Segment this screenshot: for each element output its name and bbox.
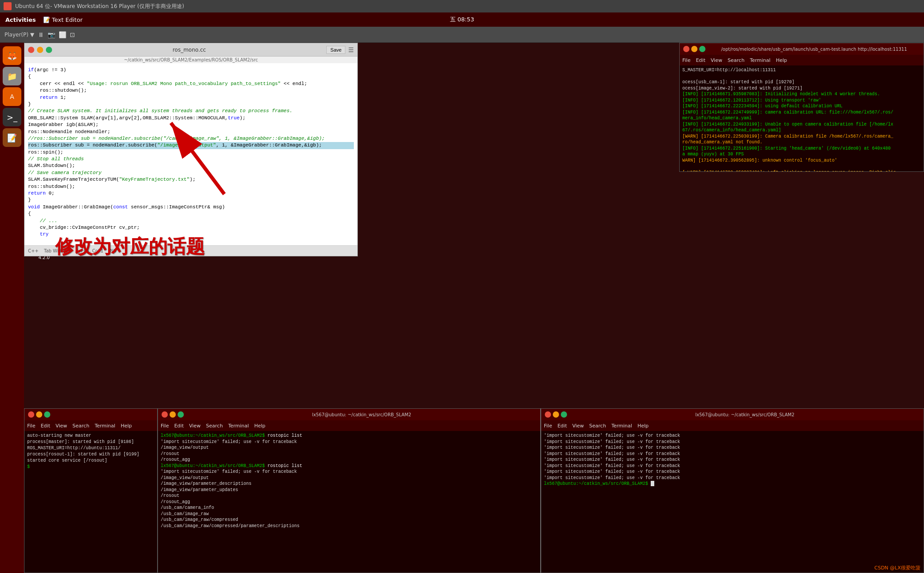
close-button[interactable] [545,411,551,418]
code-line: { [28,73,354,80]
menu-search[interactable]: Search [589,423,606,429]
unity-icon[interactable]: ⊡ [70,31,75,38]
menu-terminal[interactable]: Terminal [228,423,249,429]
text-editor-taskbar-button[interactable]: 📝 Text Editor [43,16,83,23]
code-line: // ... [28,218,354,224]
bottom-terminal-left-content[interactable]: lx567@ubuntu:~/catkin_ws/src/ORB_SLAM2$ … [158,431,540,573]
menu-help[interactable]: Help [776,57,787,63]
code-comment-stop-threads: // Stop all threads [28,156,354,163]
term-line: 'import sitecustomize' failed; use -v fo… [544,439,921,445]
maximize-button[interactable] [178,411,184,418]
screenshot-icon[interactable]: 📷 [48,31,55,38]
minimize-button[interactable] [170,411,176,418]
titlebar-title: Ubuntu 64 位- VMware Workstation 16 Playe… [15,3,184,10]
menu-icon[interactable]: ☰ [348,46,354,53]
menu-view[interactable]: View [56,423,67,429]
term-line: 'import sitecustomize' failed; use -v fo… [544,445,921,451]
activities-button[interactable]: Activities [5,16,36,23]
code-line: SLAM.Shutdown(); [28,163,354,169]
terminal-top-right-content[interactable]: S_MASTER_URI=http://localhost:11311 oces… [680,65,924,171]
minimize-button[interactable] [37,47,43,53]
code-line: ORB_SLAM2::System SLAM(argv[1],argv[2],O… [28,115,354,122]
terminal-bottom-right-titlebar: lx567@ubuntu: ~/catkin_ws/src/ORB_SLAM2 [541,409,924,420]
menu-help[interactable]: Help [254,423,265,429]
menu-terminal[interactable]: Terminal [612,423,632,429]
term-line: started core service [/rosout] [27,458,154,464]
code-line: ros::shutdown(); [28,87,354,94]
minimize-button[interactable] [36,411,42,418]
bottom-left-content[interactable]: auto-starting new master process[master]… [24,431,157,573]
terminal-top-right-titlebar: /opt/ros/melodic/share/usb_cam/launch/us… [680,43,924,55]
language-label: C++ [28,248,39,253]
terminal-bottom-left: lx567@ubuntu: ~/catkin_ws/src/ORB_SLAM2 … [158,408,541,573]
term-line: /image_view/output [161,445,538,451]
terminal-title: /opt/ros/melodic/share/usb_cam/launch/us… [708,47,920,52]
menu-file[interactable]: File [27,423,35,429]
terminal-bottom-left-titlebar: lx567@ubuntu: ~/catkin_ws/src/ORB_SLAM2 [158,409,540,420]
save-button[interactable]: Save [326,46,345,54]
sidebar-item-software[interactable]: A [3,87,21,106]
code-line: ros::spin(); [28,149,354,156]
term-line: /usb_cam/camera_info [161,505,538,511]
term-line: lx567@ubuntu:~/catkin_ws/src/ORB_SLAM2$ … [161,433,538,439]
code-editor[interactable]: if(argc != 3) { cerr << endl << "Usage: … [24,63,357,245]
menu-view[interactable]: View [711,57,722,63]
statusbar: C++ Tab Width: 8 Ln 66, Col 1 INS [24,245,357,256]
menu-terminal[interactable]: Terminal [95,423,116,429]
terminal-bottom-right-title: lx567@ubuntu: ~/catkin_ws/src/ORB_SLAM2 [570,412,920,417]
term-line: [ WARN] [1714146790.852297401]: Left-cli… [682,170,921,172]
close-button[interactable] [28,411,34,418]
close-button[interactable] [683,46,689,52]
editor-filename: ros_mono.cc [52,47,326,53]
menu-edit[interactable]: Edit [41,423,50,429]
maximize-button[interactable] [699,46,705,52]
term-line: WARN] [1714146672.390562895]: unknown co… [682,158,921,164]
taskbar: Activities 📝 Text Editor 五 08:53 [0,12,924,27]
term-line: [INFO] [1714146672.224749999]: camera ca… [682,110,921,116]
window-controls [28,47,52,53]
menu-view[interactable]: View [189,423,201,429]
sidebar-item-firefox[interactable]: 🦊 [3,46,21,65]
maximize-button[interactable] [44,411,50,418]
term-line: [INFO] [1714146672.224933199]: Unable to… [682,122,921,128]
sidebar-item-text-editor[interactable]: 📝 [3,128,21,147]
menu-view[interactable]: View [572,423,584,429]
term-line: ro/head_camera.yaml not found. [682,139,921,146]
code-line: } [28,197,354,203]
menu-file[interactable]: File [161,423,169,429]
sidebar: 🦊 📁 A >_ 📝 [0,43,24,573]
menu-edit[interactable]: Edit [174,423,183,429]
menu-search[interactable]: Search [206,423,223,429]
maximize-button[interactable] [46,47,52,53]
menu-file[interactable]: File [682,57,690,63]
minimize-button[interactable] [553,411,559,418]
menu-terminal[interactable]: Terminal [750,57,771,63]
terminal-menu: File Edit View Search Terminal Help [24,420,157,431]
menu-search[interactable]: Search [73,423,89,429]
sidebar-item-terminal[interactable]: >_ [3,108,21,126]
menu-edit[interactable]: Edit [696,57,705,63]
code-line: void ImageGrabber::GrabImage(const senso… [28,204,354,211]
term-line: ROS_MASTER_URI=http://ubuntu:11311/ [27,445,154,451]
maximize-button[interactable] [561,411,567,418]
term-line: 'import sitecustomize' failed; use -v fo… [544,475,921,481]
minimize-button[interactable] [691,46,697,52]
close-button[interactable] [28,47,34,53]
code-line: } [28,101,354,108]
menu-file[interactable]: File [544,423,552,429]
pause-icon[interactable]: ⏸ [38,31,44,38]
sidebar-item-files[interactable]: 📁 [3,67,21,85]
menu-help[interactable]: Help [121,423,132,429]
menu-search[interactable]: Search [728,57,745,63]
code-line: return 0; [28,190,354,197]
close-button[interactable] [162,411,168,418]
term-line: /image_view/parameter_descriptions [161,481,538,487]
fullscreen-icon[interactable]: ⬜ [59,31,66,38]
term-line [682,73,921,80]
app-icon [4,2,12,10]
bottom-terminal-right-content[interactable]: 'import sitecustomize' failed; use -v fo… [541,431,924,573]
term-line: lx567@ubuntu:~/catkin_ws/src/ORB_SLAM2$ … [161,463,538,469]
term-line: 67/.ros/camera_info/head_camera.yaml] [682,127,921,134]
menu-edit[interactable]: Edit [557,423,567,429]
menu-help[interactable]: Help [637,423,648,429]
